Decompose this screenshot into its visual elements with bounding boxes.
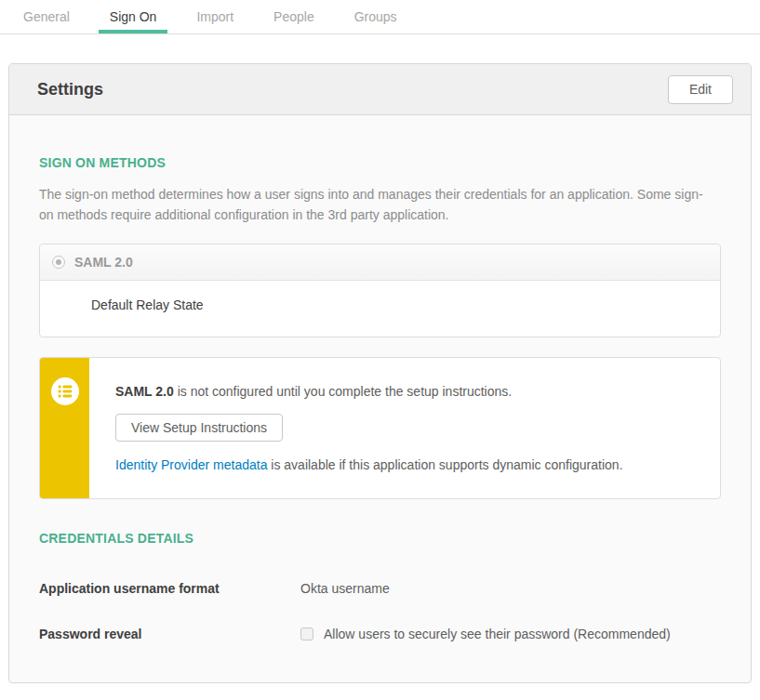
tab-sign-on[interactable]: Sign On (99, 0, 168, 33)
password-reveal-value: Allow users to securely see their passwo… (300, 627, 671, 641)
tab-groups[interactable]: Groups (343, 0, 408, 33)
password-reveal-checkbox[interactable] (300, 627, 313, 641)
password-reveal-checkbox-label: Allow users to securely see their passwo… (324, 627, 671, 641)
saml-method-header: SAML 2.0 (40, 244, 720, 281)
saml-method-box: SAML 2.0 Default Relay State (39, 244, 721, 337)
settings-panel-body: SIGN ON METHODS The sign-on method deter… (9, 155, 751, 641)
radio-dot-icon (56, 259, 61, 265)
credentials-details-heading: CREDENTIALS DETAILS (39, 531, 721, 546)
list-icon (51, 377, 79, 405)
sign-on-methods-description: The sign-on method determines how a user… (39, 184, 713, 225)
tab-import[interactable]: Import (185, 0, 245, 33)
panel-title: Settings (37, 64, 103, 114)
tab-people[interactable]: People (262, 0, 326, 33)
application-username-format-value: Okta username (300, 581, 390, 596)
metadata-line: Identity Provider metadata is available … (115, 457, 623, 472)
identity-provider-metadata-link[interactable]: Identity Provider metadata (115, 457, 267, 472)
edit-button[interactable]: Edit (668, 75, 733, 104)
saml-method-body: Default Relay State (40, 281, 720, 337)
password-reveal-label: Password reveal (39, 627, 300, 641)
saml-radio-button[interactable] (52, 256, 65, 269)
callout-message-rest: is not configured until you complete the… (174, 384, 512, 399)
setup-callout: SAML 2.0 is not configured until you com… (39, 357, 721, 499)
application-username-format-label: Application username format (39, 581, 300, 596)
callout-message-bold: SAML 2.0 (115, 384, 174, 399)
tab-general[interactable]: General (12, 0, 81, 33)
saml-method-name: SAML 2.0 (74, 255, 133, 270)
view-setup-instructions-button[interactable]: View Setup Instructions (115, 414, 283, 442)
callout-content: SAML 2.0 is not configured until you com… (89, 358, 642, 498)
password-reveal-row: Password reveal Allow users to securely … (39, 627, 721, 641)
settings-panel-header: Settings Edit (9, 64, 751, 115)
callout-accent-stripe (40, 358, 89, 498)
application-username-format-row: Application username format Okta usernam… (39, 581, 721, 596)
metadata-line-rest: is available if this application support… (267, 457, 622, 472)
app-tab-bar: General Sign On Import People Groups (0, 0, 760, 34)
callout-message: SAML 2.0 is not configured until you com… (115, 384, 623, 399)
default-relay-state-label: Default Relay State (91, 297, 204, 312)
sign-on-methods-heading: SIGN ON METHODS (39, 155, 721, 170)
settings-panel: Settings Edit SIGN ON METHODS The sign-o… (8, 63, 752, 683)
